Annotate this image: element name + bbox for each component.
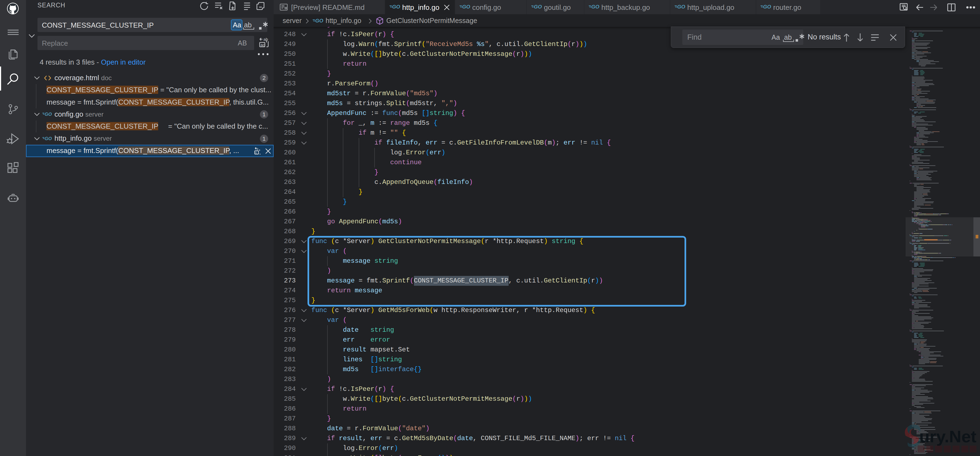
svg-text:GO: GO [45, 112, 52, 117]
svg-text:b: b [257, 147, 258, 150]
svg-text:GO: GO [45, 136, 52, 141]
svg-text:GO: GO [315, 18, 323, 24]
svg-text:GO: GO [677, 4, 685, 10]
svg-text:GO: GO [462, 4, 470, 10]
svg-text:GO: GO [392, 4, 400, 10]
svg-text:c: c [256, 151, 257, 154]
svg-text:GO: GO [591, 4, 600, 10]
svg-text:ury.Net: ury.Net [919, 427, 977, 446]
svg-text:GO: GO [763, 4, 771, 10]
svg-text:GO: GO [534, 4, 542, 10]
